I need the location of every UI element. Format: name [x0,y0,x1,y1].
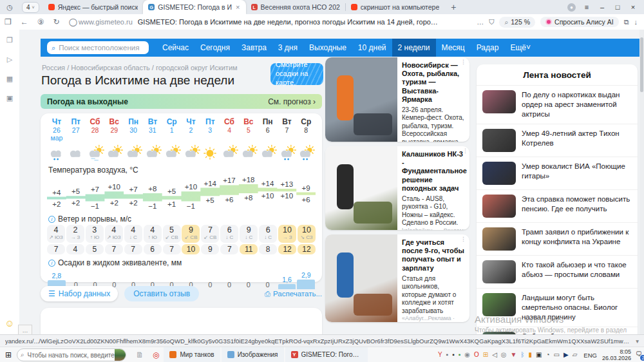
url-page-title[interactable]: GISMETEO: Погода в Искитиме на две недел… [138,18,440,26]
pen-tray-icon[interactable]: ▱ [573,352,578,358]
news-item[interactable]: Трамп заявил о приближении к концу конфл… [477,223,638,256]
shield-tray-icon[interactable]: ▼ [511,352,517,358]
download-icon[interactable]: ↓ [634,18,638,26]
taskbar-clock[interactable]: 8:05 26.03.2026 [602,348,631,361]
picture-tray-icon[interactable]: ▪ [459,352,461,358]
wind-cell[interactable]: 5↙ СВ7 [163,225,181,254]
ad-source[interactable]: «Алабуг... [402,315,428,322]
nav-tab-2 недели[interactable]: 2 недели [392,39,436,57]
nav-tab-Завтра[interactable]: Завтра [236,39,272,57]
browser-tab[interactable]: GGISMETEO: Погода в И× [143,0,245,14]
accessibility-tray-icon[interactable]: ◔ [545,352,549,358]
more-icon[interactable]: … [477,18,484,26]
day-header[interactable]: Ср8 [296,117,316,142]
browser-menu-icon[interactable]: ≡ [582,3,591,11]
nav-tab-3 дня[interactable]: 3 дня [272,39,303,57]
ad-card[interactable]: ⋮Калашников НК-3 - Фундаментальное решен… [325,146,469,230]
language-indicator[interactable]: ENG [583,352,597,359]
day-header[interactable]: Сб4 [220,117,239,142]
ad-card[interactable]: ⋮Новосибирск — Охота, рыбалка, туризм — … [325,57,469,142]
day-header[interactable]: Пн6 [258,117,278,142]
new-tab-button[interactable]: + [444,2,462,12]
feedback-button[interactable]: Оставить отзыв [124,286,199,301]
day-header[interactable]: Вт7 [278,117,297,142]
taskbar-app-button[interactable]: YGISMETEO: Погода... [285,347,368,362]
chat-icon[interactable]: ▣ [5,93,15,103]
wind-cell[interactable]: 4↓ С7 [124,225,142,254]
print-link[interactable]: ⎙ Распечатать... [265,290,322,298]
panels-icon[interactable]: ❐ [5,35,15,45]
speaker-tray-icon[interactable]: ◁ [492,352,497,358]
wind-cell[interactable]: 9↓ С11 [240,225,258,254]
browser-tab[interactable]: Яндекс — быстрый поиск [43,0,144,14]
taskbar-app-button[interactable]: Изображения [222,347,284,362]
day-header[interactable]: Пн30 [124,117,143,142]
browser-tab[interactable]: LВесенняя охота НСО 202 [246,0,345,14]
file-icon[interactable]: 🗎 [136,350,144,359]
video-icon[interactable]: ▷ [5,54,15,64]
person-tray-icon[interactable]: ▪ [446,352,449,358]
weekend-banner[interactable]: Погода на выходные См. прогноз › [41,94,322,109]
nav-tab-Месяц[interactable]: Месяц [436,39,471,57]
chevron-down-icon[interactable]: ▾ [636,338,639,345]
window-maximize-button[interactable]: □ [613,3,622,11]
info-icon[interactable]: i [48,260,55,267]
news-item[interactable]: Ландыши могут быть смертельно опасны. Би… [477,289,638,327]
day-header[interactable]: Сб28 [86,117,105,142]
more-dots-icon[interactable]: ⋮ [460,59,467,65]
window-minimize-button[interactable]: – [598,3,607,11]
precip-map-button[interactable]: Смотрите осадки на карте. [270,63,323,85]
breadcrumb[interactable]: Россия / Новосибирская область / городск… [42,64,238,71]
day-header[interactable]: Чт26 мар [47,117,66,142]
nav-tab-Выходные[interactable]: Выходные [303,39,352,57]
weekend-forecast-link[interactable]: См. прогноз › [268,97,316,106]
more-dots-icon[interactable]: ⋮ [462,148,469,154]
nav-tab-10 дней[interactable]: 10 дней [352,39,392,57]
tab-close-icon[interactable]: × [235,3,240,11]
yandex-tray-icon[interactable]: Y [438,352,442,358]
bookmark-icon[interactable]: ⛉ [489,18,494,26]
news-item[interactable]: По делу о наркотиках выдан ордер на арес… [477,86,638,124]
search-highlight-image[interactable] [115,349,126,361]
day-header[interactable]: Пт27 [66,117,86,142]
wind-cell[interactable]: 4↗ ЮЗ7 [47,225,65,254]
opera-tray-icon[interactable]: O [474,352,479,358]
scrollbar-thumb[interactable] [640,37,643,92]
day-header[interactable]: Чт2 [182,117,201,142]
day-header[interactable]: Ср1 [162,117,182,142]
tab-counter[interactable]: 4 ˅ [22,2,39,13]
wind-cell[interactable]: 7↙ СВ9 [201,225,219,254]
wind-cell[interactable]: 2→ З4 [66,225,84,254]
ad-card[interactable]: ⋮Где учиться после 9-го, чтобы получать … [325,234,469,322]
opera-icon[interactable]: ◎ [153,350,159,359]
wind-cell[interactable]: 10→ З12 [278,225,296,254]
wind-cell[interactable]: 4↗ ЮЗ7 [105,225,123,254]
back-icon[interactable]: ← [21,17,28,26]
info-icon[interactable]: i [48,216,55,223]
news-item[interactable]: Умер вокалист ВИА «Поющие гитары» [477,157,638,190]
page-scrollbar[interactable] [639,30,644,334]
day-header[interactable]: Пт3 [200,117,220,142]
ad-source[interactable]: kalashnikov.... [402,227,438,230]
zoom-control[interactable]: ⌕ 125 % [499,17,535,28]
wind-cell[interactable]: 6↓ С8 [259,225,277,254]
notification-center-icon[interactable]: 🗨2 [634,350,644,359]
play-tray-icon[interactable]: ▶ [564,352,569,358]
display-tray-icon[interactable]: ▭ [554,352,560,358]
grid-tray-icon[interactable]: ⊞ [483,352,488,358]
nav-tab-Ещё˅[interactable]: Ещё˅ [504,39,536,57]
news-item[interactable]: Кто такой абьюзер и что такое абьюз — пр… [477,256,638,289]
wind-cell[interactable]: 6↓ С7 [220,225,238,254]
site-badge-icon[interactable]: ◯ [69,17,77,26]
wind-cell[interactable]: 4↑ Ю6 [144,225,162,254]
wind-cell[interactable]: 3↑ Ю5 [86,225,104,254]
profile-avatar[interactable]: ● [567,3,576,12]
alice-button[interactable]: Спросить Алису AI [540,17,619,27]
nav-tab-Радар[interactable]: Радар [471,39,505,57]
nav-tab-Сейчас[interactable]: Сейчас [156,39,194,57]
news-item[interactable]: Орбан объявил о прекращении поставок газ… [477,327,638,334]
dataset-button[interactable]: ☰ Набор данных [41,286,118,301]
tv-tray-icon[interactable]: ▪ [452,352,455,358]
bluetooth-tray-icon[interactable]: ᛒ [520,352,524,358]
taskbar-app-button[interactable]: Мир танков [164,347,220,362]
